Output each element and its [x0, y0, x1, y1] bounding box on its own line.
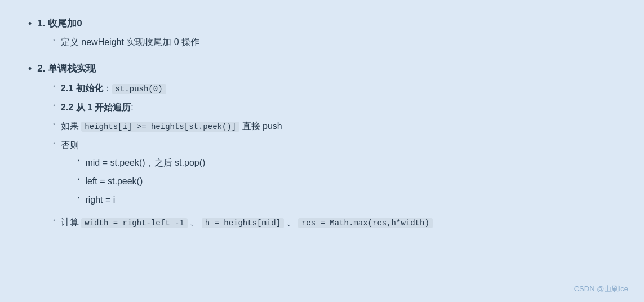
section2-sub5-text: 计算 width = right-left -1 、 h = heights[m…: [61, 215, 433, 230]
sub5-code2: h = heights[mid]: [202, 218, 284, 228]
sub4-item2: ▪ left = st.peek(): [78, 174, 610, 189]
main-container: • 1. 收尾加0 ◦ 定义 newHeight 实现收尾加 0 操作 • 2.…: [0, 0, 644, 302]
section2-sub1-text: 2.1 初始化：st.push(0): [61, 81, 166, 96]
sub5-code3: res = Math.max(res,h*width): [298, 218, 433, 228]
section2-sub2-bullet: ◦: [53, 100, 55, 111]
sub1-colon: ：: [103, 83, 112, 93]
sub5-mid2: 、: [284, 217, 298, 227]
sub4-item2-bullet: ▪: [78, 174, 80, 184]
sub2-bold: 2.2 从 1 开始遍历: [61, 103, 131, 112]
section2-bullet: •: [28, 61, 32, 77]
sub3-post: 直接 push: [239, 121, 282, 131]
section1-sub1: ◦ 定义 newHeight 实现收尾加 0 操作: [53, 34, 610, 50]
section2-sub1: ◦ 2.1 初始化：st.push(0): [53, 81, 610, 96]
sub4-item3-text: right = i: [85, 192, 115, 207]
sub4-label: 否则: [61, 140, 79, 150]
section2-sub5-bullet: ◦: [53, 215, 55, 226]
sub4-item1-text: mid = st.peek()，之后 st.pop(): [85, 155, 205, 170]
section2-content: 2. 单调栈实现 ◦ 2.1 初始化：st.push(0) ◦ 2.2 从 1 …: [37, 61, 610, 233]
section2-sub1-bullet: ◦: [53, 81, 55, 92]
section1: • 1. 收尾加0 ◦ 定义 newHeight 实现收尾加 0 操作: [28, 16, 610, 53]
watermark: CSDN @山刷ice: [574, 284, 628, 294]
sub4-item2-text: left = st.peek(): [85, 174, 143, 189]
section1-bullet: •: [28, 16, 32, 32]
sub3-code: heights[i] >= heights[st.peek()]: [81, 122, 239, 132]
section2-sub4: ◦ 否则 ▪ mid = st.peek()，之后 st.pop() ▪ lef…: [53, 137, 610, 211]
section2-sub4-bullet: ◦: [53, 137, 55, 149]
sub3-pre: 如果: [61, 121, 81, 131]
sub5-mid1: 、: [188, 217, 202, 227]
section2-sub3-text: 如果 heights[i] >= heights[st.peek()] 直接 p…: [61, 118, 282, 134]
section2-sub5: ◦ 计算 width = right-left -1 、 h = heights…: [53, 215, 610, 230]
section2-sub3: ◦ 如果 heights[i] >= heights[st.peek()] 直接…: [53, 118, 610, 134]
section2-title: 2. 单调栈实现: [37, 63, 96, 74]
section2-sub4-content: 否则 ▪ mid = st.peek()，之后 st.pop() ▪ left …: [61, 137, 610, 211]
sub1-bold: 2.1 初始化: [61, 83, 103, 93]
section2-sub2: ◦ 2.2 从 1 开始遍历:: [53, 100, 610, 115]
sub4-item1: ▪ mid = st.peek()，之后 st.pop(): [78, 155, 610, 170]
section1-sub1-text: 定义 newHeight 实现收尾加 0 操作: [61, 34, 199, 50]
sub2-colon: :: [131, 103, 133, 112]
section1-content: 1. 收尾加0 ◦ 定义 newHeight 实现收尾加 0 操作: [37, 16, 610, 53]
section2-sub2-text: 2.2 从 1 开始遍历:: [61, 100, 134, 115]
sub5-code1: width = right-left -1: [81, 218, 187, 228]
section2: • 2. 单调栈实现 ◦ 2.1 初始化：st.push(0) ◦ 2.2 从 …: [28, 61, 610, 233]
section1-title: 1. 收尾加0: [37, 18, 82, 29]
section1-sub1-bullet: ◦: [53, 34, 55, 46]
sub4-item1-bullet: ▪: [78, 155, 80, 166]
sub1-code: st.push(0): [112, 84, 166, 94]
sub4-item3: ▪ right = i: [78, 192, 610, 207]
section2-sub3-bullet: ◦: [53, 118, 55, 130]
sub4-item3-bullet: ▪: [78, 192, 80, 203]
sub5-pre: 计算: [61, 217, 81, 227]
